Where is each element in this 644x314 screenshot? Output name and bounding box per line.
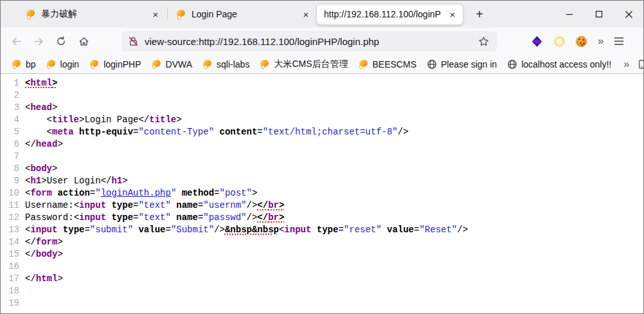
bookmark-bp[interactable]: bp — [7, 57, 40, 71]
bookmark-dvwa[interactable]: DVWA — [147, 57, 197, 71]
bookmark-localhost-access[interactable]: localhost access only!! — [503, 57, 616, 71]
line-number: 7 — [1, 151, 25, 163]
source-token: = — [338, 225, 343, 235]
site-favicon — [12, 59, 22, 69]
window-controls — [555, 1, 643, 28]
source-line: 3<head> — [1, 102, 643, 114]
source-token — [25, 127, 47, 137]
source-code-text: Password:<input type="text" name="passwd… — [25, 212, 284, 224]
new-tab-button[interactable]: + — [470, 5, 489, 24]
line-number: 14 — [1, 236, 25, 248]
home-button[interactable] — [73, 31, 94, 51]
line-number: 15 — [1, 248, 25, 261]
source-line: 10<form action="loginAuth.php" method="p… — [1, 187, 643, 199]
navigation-toolbar: view-source:http://192.168.112.100/login… — [1, 28, 643, 55]
source-token: Login Page — [84, 115, 138, 125]
proxy-extension-button[interactable] — [554, 36, 565, 47]
site-favicon — [202, 59, 213, 69]
source-token — [311, 225, 316, 235]
bookmark-beescms[interactable]: BEESCMS — [354, 57, 421, 71]
source-token: = — [257, 127, 262, 137]
source-token: "passwd" — [203, 212, 246, 223]
bookmark-label: login — [60, 59, 80, 69]
source-token: http-equiv — [79, 127, 133, 137]
source-line: 11Username:<input type="text" name="user… — [1, 199, 643, 212]
source-line: 1<html> — [1, 77, 643, 89]
source-token: "content-Type" — [138, 127, 214, 137]
tab-close-icon[interactable]: × — [149, 8, 162, 21]
source-token: </ — [25, 237, 36, 247]
source-token: /> — [247, 212, 258, 223]
close-window-button[interactable] — [614, 1, 643, 28]
source-token: input — [79, 200, 106, 210]
line-number: 13 — [1, 224, 25, 236]
source-token: name — [176, 200, 198, 210]
minimize-button[interactable] — [555, 1, 584, 28]
purple-gem-icon — [531, 35, 543, 48]
source-token: "Submit" — [171, 225, 214, 235]
source-token: > — [57, 273, 62, 284]
globe-icon — [507, 59, 517, 69]
tab-close-icon[interactable]: × — [300, 8, 312, 21]
source-token — [57, 225, 62, 235]
source-token: method — [182, 188, 214, 198]
source-line: 5 <meta http-equiv="content-Type" conten… — [1, 126, 643, 138]
reload-button[interactable] — [51, 31, 71, 51]
line-number: 17 — [1, 273, 25, 285]
url-bar[interactable]: view-source:http://192.168.112.100/login… — [121, 31, 497, 51]
site-favicon — [152, 59, 162, 69]
source-line: 18 — [1, 285, 643, 297]
bookmarks-overflow-button[interactable]: » — [617, 59, 636, 70]
mobile-bookmarks-folder[interactable]: 移动设备上的书签 — [637, 59, 644, 70]
bookmark-please-sign-in[interactable]: Please sign in — [422, 57, 501, 71]
source-line: 6</head> — [1, 138, 643, 151]
tab-brute-force[interactable]: 暴力破解 × — [19, 4, 166, 25]
source-token: > — [279, 200, 284, 210]
source-code-text: </head> — [25, 138, 63, 151]
bookmark-login[interactable]: login — [42, 57, 84, 71]
cookie-extension-button[interactable] — [576, 36, 587, 47]
source-token: title — [149, 115, 176, 125]
bookmark-loginphp[interactable]: loginPHP — [85, 57, 145, 71]
url-input[interactable]: view-source:http://192.168.112.100/login… — [145, 36, 470, 47]
app-menu-button[interactable] — [614, 37, 624, 46]
source-code-text: <input type="submit" value="Submit"/>&nb… — [25, 224, 468, 236]
tab-bar: 暴力破解 × Login Page × http://192.168.112.1… — [1, 1, 643, 28]
forward-button[interactable] — [28, 31, 49, 51]
source-token: </ — [25, 249, 36, 259]
bookmark-sqli-labs[interactable]: sqli-labs — [198, 57, 254, 71]
source-token: = — [84, 225, 89, 235]
source-token: input — [79, 212, 106, 223]
tab-login-page[interactable]: Login Page × — [169, 4, 316, 25]
source-line: 15</body> — [1, 248, 643, 261]
tab-view-source-active[interactable]: http://192.168.112.100/loginPHP × — [316, 4, 463, 25]
star-icon — [478, 36, 489, 47]
source-token: title — [52, 115, 79, 125]
bookmark-star-button[interactable] — [476, 33, 491, 49]
source-token: "text" — [138, 212, 170, 223]
source-token: > — [57, 249, 62, 259]
source-token: > — [52, 78, 57, 88]
tab-close-icon[interactable]: × — [446, 8, 459, 21]
source-link-loginauth[interactable]: loginAuth.php — [101, 188, 171, 198]
bookmark-label: BEESCMS — [373, 59, 416, 69]
source-token: type — [317, 225, 339, 235]
source-token: h1 — [30, 176, 41, 186]
extensions-overflow-button[interactable]: » — [598, 35, 603, 48]
source-token: html — [30, 78, 52, 88]
bookmark-dami-cms[interactable]: 大米CMS后台管理 — [255, 57, 352, 72]
back-button[interactable] — [6, 31, 26, 51]
bookmark-label: Please sign in — [441, 59, 497, 69]
line-number: 12 — [1, 212, 25, 224]
source-token: name — [176, 212, 198, 223]
line-number: 16 — [1, 261, 25, 273]
line-number: 2 — [1, 89, 25, 102]
source-token: head — [36, 139, 58, 149]
source-code-text: Username:<input type="text" name="usernm… — [25, 199, 284, 212]
hackbar-extension-button[interactable] — [531, 35, 543, 48]
maximize-button[interactable] — [584, 1, 614, 28]
bookmark-label: DVWA — [166, 59, 192, 69]
source-token: > — [52, 163, 57, 174]
source-token — [25, 115, 47, 125]
bookmark-label: sqli-labs — [217, 59, 249, 69]
